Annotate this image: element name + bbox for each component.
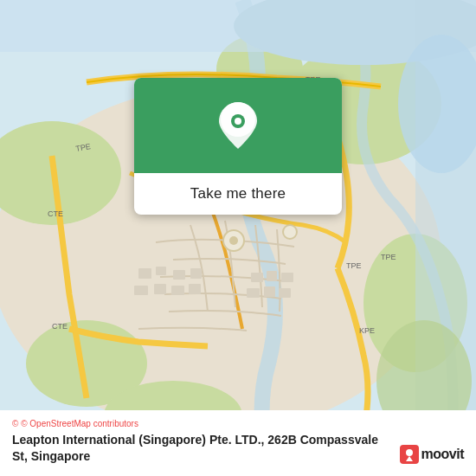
svg-point-42	[406, 449, 413, 456]
svg-rect-31	[267, 271, 277, 281]
svg-rect-35	[279, 288, 291, 298]
svg-rect-23	[156, 267, 166, 275]
svg-text:TPE: TPE	[346, 261, 362, 270]
svg-text:CTE: CTE	[52, 322, 68, 331]
svg-rect-24	[173, 270, 185, 280]
bottom-info-bar: © © OpenStreetMap contributors Leapton I…	[0, 410, 476, 476]
svg-rect-32	[281, 273, 293, 282]
attribution-text: © © OpenStreetMap contributors	[12, 419, 464, 428]
moovit-text: moovit	[421, 447, 464, 462]
map-background: TPE TPE CTE CTE TPE KPE TPE Sungei Pung	[0, 0, 476, 476]
svg-rect-28	[171, 286, 184, 295]
svg-point-40	[235, 118, 241, 125]
place-name-text: Leapton International (Singapore) Pte. L…	[12, 432, 384, 466]
svg-rect-29	[189, 284, 201, 294]
map-container: TPE TPE CTE CTE TPE KPE TPE Sungei Pung	[0, 0, 476, 476]
popup-map-preview	[134, 78, 342, 173]
svg-rect-33	[247, 288, 260, 298]
popup-button-area[interactable]: Take me there	[134, 173, 342, 215]
svg-point-20	[283, 225, 297, 239]
copyright-symbol: ©	[12, 419, 18, 428]
svg-rect-22	[138, 268, 151, 279]
location-pin-icon	[219, 102, 257, 149]
moovit-logo: moovit	[400, 445, 464, 464]
svg-rect-30	[251, 273, 263, 282]
svg-rect-34	[264, 286, 275, 297]
take-me-there-button[interactable]: Take me there	[190, 185, 286, 203]
location-popup: Take me there	[134, 78, 342, 215]
svg-text:TPE: TPE	[381, 253, 396, 261]
moovit-icon	[400, 445, 419, 464]
svg-rect-26	[134, 286, 148, 295]
svg-text:CTE: CTE	[48, 209, 63, 218]
attribution-content: © OpenStreetMap contributors	[21, 419, 138, 428]
svg-rect-27	[154, 284, 166, 294]
svg-text:KPE: KPE	[359, 326, 375, 335]
svg-rect-25	[190, 268, 202, 279]
svg-point-21	[229, 236, 238, 245]
